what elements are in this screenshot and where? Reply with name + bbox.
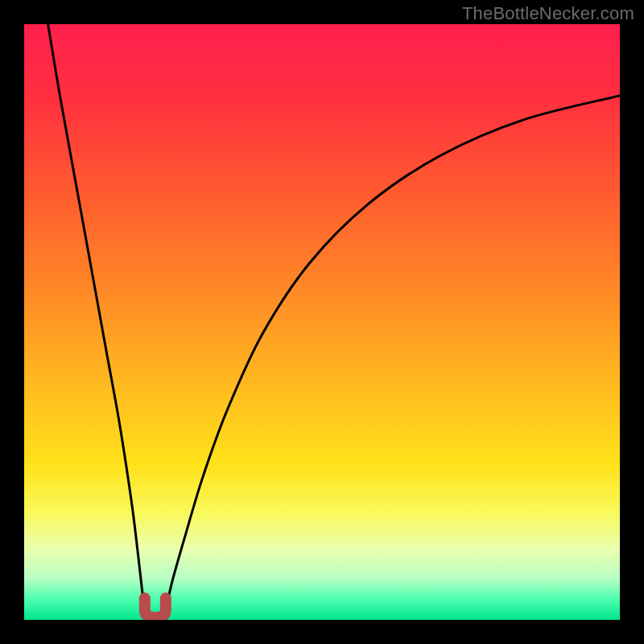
plot-area — [24, 24, 620, 620]
chart-frame: TheBottleNecker.com — [0, 0, 644, 644]
chart-svg — [24, 24, 620, 620]
gradient-background — [24, 24, 620, 620]
watermark-text: TheBottleNecker.com — [462, 3, 634, 24]
